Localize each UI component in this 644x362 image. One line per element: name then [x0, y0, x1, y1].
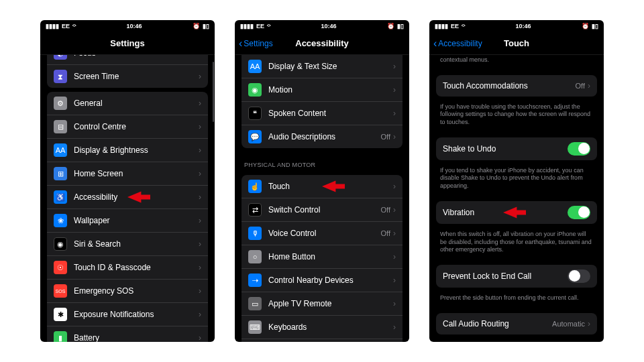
list-item[interactable]: Prevent Lock to End Call: [436, 265, 597, 288]
toggle-switch[interactable]: [568, 206, 590, 219]
list-item[interactable]: 🎧AirPods›: [241, 339, 402, 342]
page-title: Accessibility: [295, 38, 349, 48]
list-item[interactable]: ⚙General›: [47, 92, 208, 115]
chevron-right-icon: ›: [393, 182, 396, 191]
chevron-right-icon: ›: [199, 169, 201, 178]
list-item[interactable]: Call Audio RoutingAutomatic›: [436, 313, 597, 335]
footer-text: When this switch is off, all vibration o…: [429, 228, 604, 261]
list-item-label: Exposure Notifications: [74, 310, 199, 319]
accessibility-icon: ♿: [54, 190, 67, 204]
footer-text-partial: contextual menus.: [429, 55, 604, 71]
spoken-content-icon: ❝: [248, 107, 262, 120]
list-item[interactable]: Shake to Undo: [436, 137, 597, 160]
list-item-label: Voice Control: [268, 229, 381, 238]
list-item[interactable]: ⊟Control Centre›: [47, 115, 208, 139]
list-item[interactable]: ◐Focus›: [47, 55, 208, 65]
chevron-right-icon: ›: [199, 192, 201, 202]
list-item[interactable]: ☝Touch›: [241, 175, 402, 198]
motion-icon: ◉: [248, 83, 262, 97]
status-bar: ▮▮▮▮ EE ⌔ 10:46 ⏰ ▮▯: [429, 20, 604, 32]
list-item[interactable]: AADisplay & Brightness›: [47, 139, 208, 162]
clock-label: 10:46: [515, 23, 531, 29]
list-item[interactable]: ⌨Keyboards›: [241, 316, 402, 339]
navbar: Settings: [40, 32, 215, 55]
chevron-right-icon: ›: [393, 62, 396, 71]
list-item[interactable]: 💬Audio DescriptionsOff›: [241, 125, 402, 148]
list-item[interactable]: ▭Apple TV Remote›: [241, 292, 402, 316]
list-item[interactable]: SOSEmergency SOS›: [47, 280, 208, 303]
list-item-label: Shake to Undo: [443, 144, 568, 154]
chevron-right-icon: ›: [199, 55, 201, 58]
list-item[interactable]: 🎙Voice ControlOff›: [241, 222, 402, 245]
list-item[interactable]: ⊞Home Screen›: [47, 162, 208, 186]
footer-text: If you tend to shake your iPhone by acci…: [429, 164, 604, 197]
list-item-label: Prevent Lock to End Call: [443, 272, 568, 281]
chevron-right-icon: ›: [199, 310, 201, 319]
chevron-right-icon: ›: [199, 145, 201, 155]
list-item[interactable]: AADisplay & Text Size›: [241, 55, 402, 78]
general-icon: ⚙: [54, 97, 67, 110]
display-brightness-icon: AA: [54, 143, 67, 157]
carrier-label: EE: [256, 23, 264, 29]
chevron-left-icon: ‹: [433, 38, 437, 49]
display-text-size-icon: AA: [248, 60, 262, 73]
list-item[interactable]: ⧗Screen Time›: [47, 65, 208, 88]
toggle-switch[interactable]: [568, 142, 590, 156]
list-item[interactable]: ⇄Switch ControlOff›: [241, 198, 402, 222]
siri-search-icon: ◉: [54, 237, 67, 251]
battery-icon: ▮▯: [397, 23, 404, 29]
chevron-right-icon: ›: [393, 229, 396, 238]
list-item-label: Focus: [74, 55, 199, 58]
chevron-right-icon: ›: [199, 122, 201, 131]
chevron-right-icon: ›: [393, 322, 396, 332]
list-item[interactable]: ◉Siri & Search›: [47, 233, 208, 256]
list-item[interactable]: ❝Spoken Content›: [241, 102, 402, 125]
list-item-label: General: [74, 99, 199, 108]
settings-group-general: ⚙General›⊟Control Centre›AADisplay & Bri…: [47, 92, 208, 342]
list-item[interactable]: ❀Wallpaper›: [47, 209, 208, 233]
list-item-label: Vibration: [443, 208, 568, 217]
list-item-label: Wallpaper: [74, 216, 199, 225]
accessibility-group-motor: ☝Touch›⇄Switch ControlOff›🎙Voice Control…: [241, 175, 402, 342]
list-item[interactable]: ♿Accessibility›: [47, 186, 208, 209]
list-item-label: Control Centre: [74, 122, 199, 131]
list-item[interactable]: ✱Exposure Notifications›: [47, 303, 208, 326]
list-item-label: Switch Control: [268, 205, 381, 215]
chevron-right-icon: ›: [199, 333, 201, 342]
list-item[interactable]: Vibration: [436, 201, 597, 224]
page-title: Touch: [504, 38, 529, 48]
list-item[interactable]: ⇢Control Nearby Devices›: [241, 269, 402, 292]
wifi-icon: ⌔: [462, 23, 465, 29]
back-button[interactable]: ‹ Accessibility: [433, 32, 482, 54]
home-button-icon: ○: [248, 250, 262, 263]
home-screen-icon: ⊞: [54, 167, 67, 180]
toggle-switch[interactable]: [568, 269, 590, 283]
list-item-value: Off: [576, 82, 585, 90]
focus-icon: ◐: [54, 55, 67, 60]
touch-setting-group: Touch AccommodationsOff›: [436, 75, 597, 97]
list-item[interactable]: ○Home Button›: [241, 245, 402, 269]
list-item-label: Touch ID & Passcode: [74, 263, 199, 272]
scrollbar[interactable]: [213, 62, 214, 122]
chevron-right-icon: ›: [393, 205, 396, 215]
list-item[interactable]: ◉Motion›: [241, 78, 402, 102]
list-item-label: Touch: [268, 182, 393, 191]
back-button[interactable]: ‹ Settings: [239, 32, 273, 54]
phone-accessibility: ▮▮▮▮ EE ⌔ 10:46 ⏰ ▮▯ ‹ Settings Accessib…: [235, 20, 409, 342]
chevron-right-icon: ›: [588, 319, 590, 328]
alarm-icon: ⏰: [193, 23, 200, 29]
list-item-label: Home Screen: [74, 169, 199, 178]
chevron-right-icon: ›: [199, 286, 201, 296]
list-item[interactable]: ▮Battery›: [47, 326, 208, 342]
signal-icon: ▮▮▮▮: [435, 23, 448, 29]
switch-control-icon: ⇄: [248, 203, 262, 217]
chevron-right-icon: ›: [199, 99, 201, 108]
battery-icon: ▮▯: [592, 23, 598, 29]
list-item-value: Off: [381, 229, 390, 237]
touch-icon: ☝: [248, 180, 262, 193]
list-item[interactable]: Touch AccommodationsOff›: [436, 75, 597, 97]
footer-text: If you have trouble using the touchscree…: [429, 101, 604, 133]
list-item-label: Call Audio Routing: [443, 319, 552, 328]
settings-group-focus: ◐Focus›⧗Screen Time›: [47, 55, 208, 88]
list-item[interactable]: ☉Touch ID & Passcode›: [47, 256, 208, 280]
